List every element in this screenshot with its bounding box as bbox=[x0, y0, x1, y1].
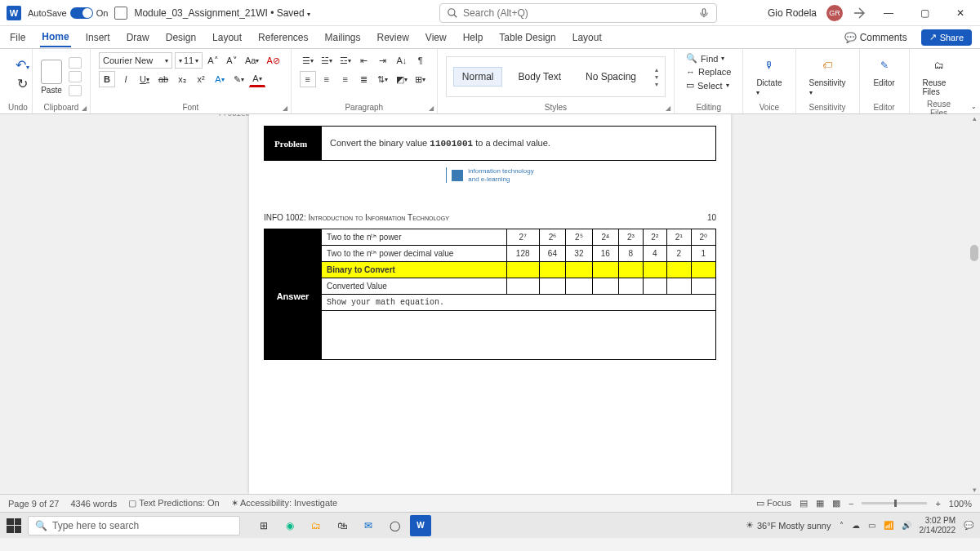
cell-binary-2[interactable] bbox=[643, 261, 666, 278]
answer-table[interactable]: Two to the nᵗʰ power 2⁷ 2⁶ 2⁵ 2⁴ 2³ 2² 2… bbox=[264, 229, 716, 360]
tab-references[interactable]: References bbox=[256, 29, 310, 47]
highlight-button[interactable]: ✎▾ bbox=[230, 71, 247, 87]
share-button[interactable]: ↗ Share bbox=[921, 29, 972, 46]
cell-conv-3[interactable] bbox=[619, 278, 643, 294]
clipboard-launcher[interactable]: ◢ bbox=[82, 104, 87, 112]
tab-layout[interactable]: Layout bbox=[211, 29, 243, 47]
zoom-out-button[interactable]: − bbox=[849, 499, 853, 509]
bullets-button[interactable]: ☰▾ bbox=[300, 52, 316, 69]
style-normal[interactable]: Normal bbox=[453, 67, 503, 87]
battery-icon[interactable]: ▭ bbox=[868, 521, 875, 530]
focus-button[interactable]: ▭ Focus bbox=[756, 498, 791, 509]
volume-icon[interactable]: 🔊 bbox=[902, 521, 911, 530]
problem-text[interactable]: Convert the binary value 11001001 to a d… bbox=[322, 127, 715, 160]
view-print-button[interactable]: ▦ bbox=[816, 498, 824, 509]
scrollbar-thumb[interactable] bbox=[970, 245, 978, 261]
tab-file[interactable]: File bbox=[8, 29, 27, 47]
status-words[interactable]: 4346 words bbox=[70, 499, 117, 509]
cell-power-6[interactable]: 2⁶ bbox=[539, 229, 565, 245]
maximize-button[interactable]: ▢ bbox=[911, 3, 938, 23]
tab-draw[interactable]: Draw bbox=[125, 29, 151, 47]
line-spacing-button[interactable]: ⇅▾ bbox=[375, 71, 391, 87]
cell-power-4[interactable]: 2⁴ bbox=[592, 229, 618, 245]
tab-review[interactable]: Review bbox=[376, 29, 411, 47]
tray-chevron[interactable]: ˄ bbox=[840, 521, 844, 530]
sensitivity-button[interactable]: 🏷 Sensitivity▾ bbox=[804, 52, 851, 98]
zoom-level[interactable]: 100% bbox=[949, 499, 972, 509]
cell-conv-5[interactable] bbox=[566, 278, 592, 294]
change-case-button[interactable]: Aa▾ bbox=[243, 52, 261, 69]
undo-button[interactable]: ↶▾ bbox=[16, 57, 29, 73]
cell-binary-7[interactable] bbox=[506, 261, 539, 278]
reuse-files-button[interactable]: 🗂 Reuse Files bbox=[918, 52, 960, 98]
style-body-text[interactable]: Body Text bbox=[509, 67, 569, 87]
font-name-select[interactable]: Courier New▾ bbox=[99, 52, 172, 69]
document-area[interactable]: Problem #2 Problem Convert the binary va… bbox=[0, 114, 980, 494]
find-button[interactable]: 🔍 Find ▾ bbox=[683, 52, 734, 64]
chrome-icon[interactable]: ◯ bbox=[384, 515, 405, 536]
cell-conv-6[interactable] bbox=[539, 278, 565, 294]
word-taskbar-icon[interactable]: W bbox=[410, 515, 431, 536]
tab-home[interactable]: Home bbox=[40, 28, 70, 47]
cell-math-work[interactable] bbox=[322, 310, 716, 359]
shading-button[interactable]: ◩▾ bbox=[394, 71, 410, 87]
cell-conv-1[interactable] bbox=[667, 278, 691, 294]
avatar[interactable]: GR bbox=[826, 5, 843, 21]
align-right-button[interactable]: ≡ bbox=[337, 71, 354, 87]
select-button[interactable]: ▭ Select ▾ bbox=[683, 79, 734, 91]
cell-binary-6[interactable] bbox=[539, 261, 565, 278]
cell-power-3[interactable]: 2³ bbox=[619, 229, 643, 245]
mail-icon[interactable]: ✉ bbox=[358, 515, 379, 536]
search-box[interactable] bbox=[439, 3, 717, 23]
justify-button[interactable]: ≣ bbox=[356, 71, 372, 87]
cell-dec-64[interactable]: 64 bbox=[539, 245, 565, 261]
wifi-icon[interactable]: 📶 bbox=[884, 521, 893, 530]
explorer-icon[interactable]: 🗂 bbox=[305, 515, 327, 536]
subscript-button[interactable]: x₂ bbox=[174, 71, 190, 87]
zoom-slider[interactable] bbox=[862, 502, 927, 504]
cell-binary-4[interactable] bbox=[592, 261, 618, 278]
search-input[interactable] bbox=[463, 7, 693, 19]
zoom-in-button[interactable]: + bbox=[935, 499, 940, 509]
notifications-icon[interactable]: 💬 bbox=[964, 521, 973, 530]
cut-button[interactable] bbox=[69, 57, 82, 69]
cell-power-5[interactable]: 2⁵ bbox=[566, 229, 592, 245]
align-center-button[interactable]: ≡ bbox=[318, 71, 335, 87]
view-web-button[interactable]: ▩ bbox=[832, 498, 840, 509]
sort-button[interactable]: A↓ bbox=[394, 52, 410, 69]
store-icon[interactable]: 🛍 bbox=[332, 515, 353, 536]
superscript-button[interactable]: x² bbox=[193, 71, 209, 87]
paragraph-launcher[interactable]: ◢ bbox=[429, 104, 434, 112]
cell-dec-1[interactable]: 1 bbox=[691, 245, 715, 261]
underline-button[interactable]: U▾ bbox=[136, 71, 153, 87]
bold-button[interactable]: B bbox=[99, 71, 115, 87]
tab-help[interactable]: Help bbox=[461, 29, 485, 47]
borders-button[interactable]: ⊞▾ bbox=[412, 71, 429, 87]
cell-conv-7[interactable] bbox=[506, 278, 539, 294]
tab-design[interactable]: Design bbox=[164, 29, 198, 47]
styles-launcher[interactable]: ◢ bbox=[666, 104, 670, 112]
mic-icon[interactable] bbox=[698, 7, 710, 19]
clock[interactable]: 3:02 PM2/14/2022 bbox=[920, 516, 956, 535]
copy-button[interactable] bbox=[69, 71, 82, 82]
font-color-button[interactable]: A▾ bbox=[249, 71, 265, 87]
tab-insert[interactable]: Insert bbox=[84, 29, 112, 47]
grow-font-button[interactable]: A˄ bbox=[205, 52, 221, 69]
cell-dec-4[interactable]: 4 bbox=[643, 245, 666, 261]
show-marks-button[interactable]: ¶ bbox=[412, 52, 429, 69]
cell-conv-4[interactable] bbox=[592, 278, 618, 294]
tab-view[interactable]: View bbox=[424, 29, 448, 47]
cell-dec-16[interactable]: 16 bbox=[592, 245, 618, 261]
taskbar-search[interactable]: 🔍 Type here to search bbox=[28, 516, 240, 535]
cell-binary-0[interactable] bbox=[691, 261, 715, 278]
user-name[interactable]: Gio Rodela bbox=[768, 7, 817, 19]
decrease-indent-button[interactable]: ⇤ bbox=[356, 52, 372, 69]
cell-power-0[interactable]: 2⁰ bbox=[691, 229, 715, 245]
status-accessibility[interactable]: ✶ Accessibility: Investigate bbox=[231, 498, 338, 509]
minimize-button[interactable]: — bbox=[875, 3, 902, 23]
status-page[interactable]: Page 9 of 27 bbox=[8, 499, 59, 509]
start-button[interactable] bbox=[7, 518, 21, 533]
ribbon-mode-icon[interactable] bbox=[853, 7, 866, 20]
font-size-select[interactable]: ▾11▾ bbox=[175, 52, 203, 69]
page[interactable]: Problem Convert the binary value 1100100… bbox=[249, 114, 731, 494]
